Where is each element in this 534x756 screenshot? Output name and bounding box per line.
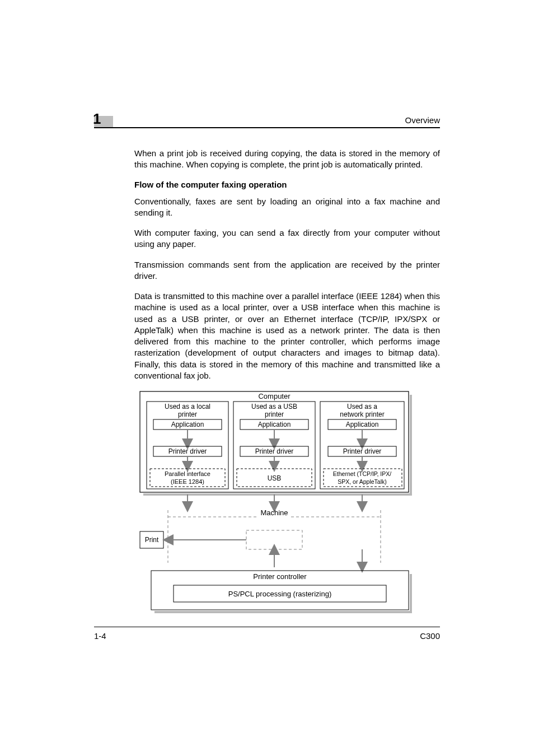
- processing-label: PS/PCL processing (rasterizing): [228, 590, 331, 598]
- svg-rect-29: [410, 574, 412, 612]
- paragraph-3: With computer faxing, you can send a fax…: [134, 227, 440, 250]
- col1-iface-l1: Parallel interface: [165, 470, 210, 477]
- computer-label: Computer: [258, 392, 291, 400]
- col1-title-l2: printer: [178, 410, 197, 418]
- intro-paragraph: When a print job is received during copy…: [134, 148, 440, 171]
- col3-title-l2: network printer: [340, 410, 384, 418]
- body-content: When a print job is received during copy…: [94, 148, 440, 622]
- col1-drv: Printer driver: [168, 447, 207, 455]
- svg-rect-30: [154, 611, 412, 613]
- header-section-label: Overview: [405, 115, 440, 125]
- col3-iface-l2: SPX, or AppleTalk): [338, 478, 387, 485]
- footer-rule: [94, 627, 440, 627]
- svg-rect-0: [410, 395, 412, 494]
- chapter-number: 1: [93, 110, 101, 128]
- col2-drv: Printer driver: [255, 447, 294, 455]
- col3-iface-l1: Ethernet (TCP/IP, IPX/: [333, 470, 391, 477]
- paragraph-5: Data is transmitted to this machine over…: [134, 291, 440, 381]
- section-heading: Flow of the computer faxing operation: [134, 180, 440, 189]
- col2-iface-l1: USB: [268, 474, 282, 482]
- col2-title-l1: Used as a USB: [251, 403, 297, 410]
- footer-page-number: 1-4: [94, 631, 106, 641]
- chapter-badge: 1: [94, 116, 113, 128]
- col1-title-l1: Used as a local: [165, 403, 210, 410]
- footer-model: C300: [420, 631, 440, 641]
- col1-app: Application: [171, 421, 204, 428]
- flow-diagram: Computer Used as a local printer Applica…: [134, 390, 414, 622]
- header-rule: [94, 127, 440, 128]
- col3-app: Application: [346, 421, 379, 428]
- col2-app: Application: [258, 421, 291, 428]
- svg-rect-1: [143, 493, 412, 496]
- machine-label: Machine: [260, 508, 288, 517]
- col2-title-l2: printer: [265, 410, 284, 418]
- paragraph-2: Conventionally, faxes are sent by loadin…: [134, 196, 440, 219]
- col3-drv: Printer driver: [343, 447, 382, 455]
- print-label: Print: [145, 536, 159, 544]
- col3-title-l1: Used as a: [347, 403, 377, 410]
- col1-iface-l2: (IEEE 1284): [171, 478, 204, 485]
- svg-rect-23: [246, 530, 302, 549]
- controller-label: Printer controller: [253, 572, 307, 581]
- paragraph-4: Transmission commands sent from the appl…: [134, 259, 440, 282]
